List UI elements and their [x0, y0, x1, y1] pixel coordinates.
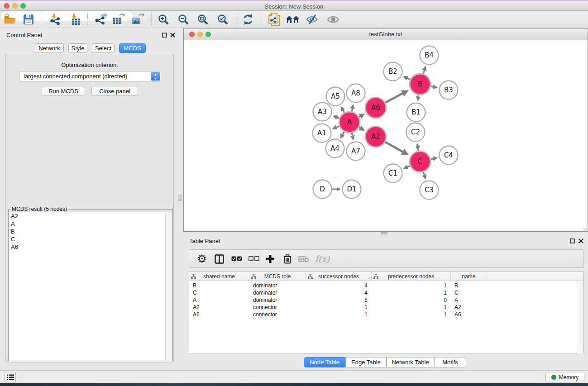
edge-B-B2[interactable] [404, 77, 411, 80]
split-columns-button[interactable] [212, 252, 226, 266]
tab-network-table[interactable]: Network Table [387, 357, 434, 367]
edge-B-B4[interactable] [423, 67, 425, 74]
close-panel-icon[interactable] [170, 33, 175, 38]
open-file-button[interactable] [2, 13, 18, 26]
column-header-shared-name[interactable]: shared name [189, 272, 249, 281]
node-B3[interactable]: B3 [440, 81, 458, 100]
add-column-button[interactable] [263, 252, 277, 266]
export-network-button[interactable] [93, 13, 108, 26]
hide-selected-button[interactable] [305, 13, 320, 26]
cell-successor-nodes[interactable]: 1 [306, 311, 372, 318]
column-header-predecessor-nodes[interactable]: predecessor nodes [372, 272, 451, 281]
cell-name[interactable]: A [451, 296, 487, 304]
float-table-panel-icon[interactable] [570, 238, 575, 243]
delete-table-button[interactable] [296, 252, 311, 266]
node-A1[interactable]: A1 [313, 124, 331, 143]
import-network-button[interactable] [47, 13, 62, 26]
edge-A-A8[interactable] [352, 105, 353, 112]
node-B4[interactable]: B4 [420, 46, 439, 65]
edge-A-A2[interactable] [359, 127, 363, 130]
zoom-in-button[interactable] [156, 13, 171, 26]
edge-C-C4[interactable] [430, 158, 436, 159]
result-item-a6[interactable]: A6 [9, 243, 166, 251]
node-C[interactable]: C [410, 151, 430, 172]
network-canvas[interactable]: B4B2BB3A5A8A6B1A3AC2A1A2A4A7C4CC1C3DD1 [184, 41, 588, 231]
tab-mcds[interactable]: MCDS [119, 43, 146, 53]
cell-name[interactable]: A6 [451, 311, 487, 318]
edge-C-C3[interactable] [423, 172, 425, 178]
table-row-a2[interactable]: A2connector11A2 [189, 304, 583, 311]
edge-B-B1[interactable] [418, 95, 419, 100]
edge-A2-C[interactable] [385, 142, 407, 154]
result-item-a2[interactable]: A2 [9, 212, 166, 220]
tab-motifs[interactable]: Motifs [434, 357, 466, 367]
cell-shared-name[interactable]: C [189, 289, 249, 296]
vertical-split-handle[interactable] [178, 195, 182, 201]
cell-successor-nodes[interactable]: 4 [306, 282, 372, 289]
run-mcds-button[interactable]: Run MCDS [42, 86, 85, 96]
cell-shared-name[interactable]: A2 [189, 304, 249, 311]
zoom-out-button[interactable] [176, 13, 191, 26]
edge-C-C2[interactable] [417, 144, 418, 151]
cell-predecessor-nodes[interactable]: 1 [372, 304, 451, 311]
edge-B-B3[interactable] [430, 86, 437, 88]
edge-A-A4[interactable] [341, 131, 344, 138]
cell-shared-name[interactable]: B [189, 282, 249, 289]
node-B1[interactable]: B1 [407, 103, 425, 122]
table-row-a6[interactable]: A6connector11A6 [189, 311, 583, 318]
tab-edge-table[interactable]: Edge Table [345, 357, 387, 367]
node-A[interactable]: A [339, 112, 360, 133]
column-header-MCDS-role[interactable]: MCDS role [249, 272, 306, 281]
table-row-c[interactable]: Cdominator41C [189, 289, 583, 296]
node-A3[interactable]: A3 [313, 103, 332, 121]
export-table-button[interactable] [110, 13, 126, 26]
delete-button[interactable] [280, 252, 295, 266]
cell-MCDS-role[interactable]: connector [249, 304, 306, 311]
node-C1[interactable]: C1 [384, 164, 402, 183]
table-row-b[interactable]: Bdominator41B [189, 282, 583, 289]
table-scrollbar[interactable] [577, 281, 583, 353]
cell-name[interactable]: A2 [451, 304, 487, 311]
node-A8[interactable]: A8 [347, 84, 365, 103]
close-panel-button[interactable]: Close panel [91, 86, 138, 96]
node-C3[interactable]: C3 [420, 181, 439, 200]
edge-A-A6[interactable] [359, 114, 363, 117]
new-network-from-selection-button[interactable] [267, 13, 282, 26]
select-all-columns-button[interactable] [229, 252, 244, 266]
refresh-button[interactable] [240, 13, 256, 26]
edge-A-A1[interactable] [334, 126, 340, 128]
edge-A-A5[interactable] [341, 107, 344, 113]
cell-name[interactable]: B [451, 282, 487, 289]
first-neighbors-button[interactable] [285, 13, 301, 26]
node-A4[interactable]: A4 [326, 139, 344, 158]
cell-MCDS-role[interactable]: dominator [249, 296, 306, 304]
gear-button[interactable]: ⚙ [195, 252, 209, 266]
table-row-a[interactable]: Adominator80A [189, 296, 583, 304]
cell-successor-nodes[interactable]: 1 [306, 304, 372, 311]
task-history-button[interactable] [5, 372, 16, 382]
window-resize-grip[interactable] [581, 225, 587, 230]
tab-select[interactable]: Select [92, 43, 115, 53]
edge-C-C1[interactable] [404, 166, 411, 168]
cell-successor-nodes[interactable]: 4 [306, 289, 372, 296]
show-all-button[interactable] [325, 13, 341, 26]
result-list-scrollbar[interactable] [165, 212, 172, 361]
save-session-button[interactable] [21, 13, 36, 26]
result-item-c[interactable]: C [9, 235, 166, 243]
cell-name[interactable]: C [451, 289, 487, 296]
edge-A-A3[interactable] [334, 116, 340, 119]
cell-shared-name[interactable]: A6 [189, 311, 249, 318]
deselect-all-columns-button[interactable] [247, 252, 261, 266]
network-window-titlebar[interactable]: testGlobe.txt [184, 29, 588, 40]
function-builder-button[interactable]: f(x) [312, 252, 332, 266]
tab-style[interactable]: Style [68, 43, 87, 53]
close-table-panel-icon[interactable] [578, 238, 583, 243]
edge-A-A7[interactable] [352, 132, 353, 139]
cell-MCDS-role[interactable]: connector [249, 311, 306, 318]
tab-network[interactable]: Network [35, 43, 64, 53]
edge-A6-B[interactable] [385, 91, 406, 103]
criterion-dropdown[interactable]: largest connected component (directed) ▲… [19, 71, 161, 81]
column-header-successor-nodes[interactable]: successor nodes [306, 272, 372, 281]
memory-button[interactable]: Memory [545, 372, 584, 382]
node-A7[interactable]: A7 [347, 142, 365, 161]
